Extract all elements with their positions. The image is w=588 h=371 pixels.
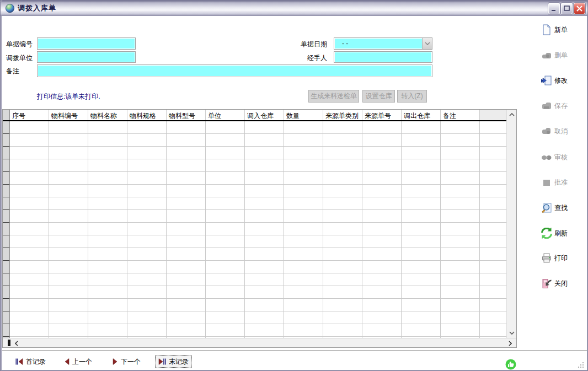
doc-date-value: - - [334,38,422,49]
sidebar-button-label: 取消 [554,127,568,136]
minimize-button[interactable] [548,3,560,14]
sidebar-button-label: 修改 [554,76,568,85]
column-header: 物料名称 [88,110,127,120]
doc-date-combo[interactable]: - - [334,37,432,50]
delete-doc-icon [541,50,552,61]
titlebar: 调拨入库单 [1,1,588,16]
bottom-separator [2,350,587,351]
generate-inspection-order-button[interactable]: 生成来料送检单 [308,90,359,103]
sidebar-button-label: 审核 [554,153,568,162]
new-order-button[interactable]: 新单 [541,22,586,37]
detail-grid: 序号 物料编号 物料名称 物料规格 物料型号 单位 调入仓库 数量 来源单类别 … [2,109,517,348]
exit-icon [541,278,552,289]
window-controls [548,3,585,14]
column-header: 物料型号 [167,110,206,120]
grid-body [3,121,506,338]
sidebar-button-label: 刷新 [554,229,568,238]
last-record-icon [158,358,166,365]
find-button[interactable]: 查找 [541,200,586,216]
column-header: 单位 [206,110,245,120]
grid-main: 序号 物料编号 物料名称 物料规格 物料型号 单位 调入仓库 数量 来源单类别 … [3,110,516,338]
app-window: 调拨入库单 单据编号 单据日期 - - 调拨单位 经手人 [0,0,588,371]
next-record-icon [113,358,118,365]
search-icon [541,202,552,213]
print-icon [541,252,552,264]
approve-icon [541,177,552,188]
nav-button-label: 首记录 [26,357,46,367]
close-button[interactable] [574,3,585,14]
nav-button-label: 末记录 [169,357,189,367]
doc-no-input[interactable] [37,37,136,50]
column-header: 序号 [10,110,49,120]
minimize-icon [550,5,558,12]
maximize-button[interactable] [561,3,573,14]
sidebar-button-label: 查找 [554,203,568,213]
grid-header-row: 序号 物料编号 物料名称 物料规格 物料型号 单位 调入仓库 数量 来源单类别 … [3,110,506,121]
cancel-icon [541,126,552,137]
cancel-button[interactable]: 取消 [541,123,586,139]
column-header: 调入仓库 [245,110,284,120]
column-header: 备注 [441,110,480,120]
sidebar-button-label: 打印 [554,254,568,263]
first-record-button[interactable]: 首记录 [13,356,48,368]
vertical-scrollbar[interactable] [506,110,516,338]
handler-label: 经手人 [272,53,327,63]
new-doc-icon [541,24,552,35]
horizontal-scrollbar[interactable] [3,338,516,347]
maximize-icon [563,5,570,12]
scroll-right-icon[interactable] [509,341,512,346]
nav-button-label: 上一个 [72,357,92,367]
next-record-button[interactable]: 下一个 [110,356,143,368]
save-button[interactable]: 保存 [541,98,586,114]
column-header: 物料规格 [127,110,167,120]
audit-button[interactable]: 审核 [541,149,586,165]
sidebar-button-label: 新单 [554,25,568,35]
scroll-up-icon[interactable] [509,113,515,116]
remark-input[interactable] [37,64,432,77]
grid-columns-area: 序号 物料编号 物料名称 物料规格 物料型号 单位 调入仓库 数量 来源单类别 … [3,110,506,338]
transfer-unit-input[interactable] [37,51,136,63]
sidebar-button-label: 保存 [554,101,568,111]
client-area: 单据编号 单据日期 - - 调拨单位 经手人 备注 打印信息:该单未打印. 生成… [2,16,587,370]
window-title: 调拨入库单 [18,3,56,13]
grid-row-selector-column[interactable] [3,121,10,338]
green-thumb-icon [505,358,517,370]
grid-cells-area[interactable] [10,121,506,338]
grid-header-filler [480,110,506,120]
close-icon [576,5,583,12]
refresh-icon [541,228,552,239]
save-icon [541,100,552,111]
approve-button[interactable]: 批准 [541,175,586,190]
handler-input[interactable] [334,51,432,63]
grid-selector-header [3,110,10,120]
remark-label: 备注 [6,67,19,76]
print-info-text: 打印信息:该单未打印. [37,92,100,101]
previous-record-button[interactable]: 上一个 [62,356,94,368]
horizontal-scroll-thumb[interactable] [8,340,10,346]
modify-button[interactable]: 修改 [541,73,586,88]
close-window-button[interactable]: 关闭 [541,276,586,291]
transfer-unit-label: 调拨单位 [6,53,33,63]
first-record-icon [15,358,23,365]
column-header: 调出仓库 [402,110,441,120]
scroll-left-icon[interactable] [15,341,18,346]
nav-button-label: 下一个 [121,357,141,367]
print-button[interactable]: 打印 [541,250,586,266]
chevron-down-icon [425,42,430,45]
scroll-down-icon[interactable] [509,331,515,335]
doc-date-dropdown-button[interactable] [422,38,432,49]
column-header: 来源单号 [362,110,402,120]
doc-no-label: 单据编号 [6,40,33,49]
column-header: 数量 [284,110,323,120]
column-header: 来源单类别 [323,110,362,120]
column-header: 物料编号 [49,110,88,120]
app-orb-icon [5,3,15,13]
last-record-button[interactable]: 末记录 [156,356,191,368]
refresh-button[interactable]: 刷新 [541,225,586,241]
set-warehouse-button[interactable]: 设置仓库 [362,90,395,103]
delete-order-button[interactable]: 删单 [541,47,586,63]
transfer-in-button[interactable]: 转入(Z) [397,90,427,103]
resize-grip[interactable] [576,361,584,368]
previous-record-icon [64,358,70,365]
sidebar-button-label: 关闭 [554,279,568,288]
